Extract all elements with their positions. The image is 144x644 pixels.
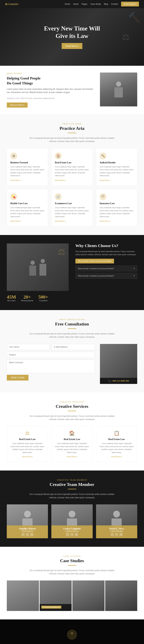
phone-icon: 📞 (108, 380, 112, 382)
case-card-2[interactable] (72, 580, 104, 611)
team-subtitle: Our consequat illenati iupis sit amet im… (26, 493, 118, 499)
gavel-decoration: 🔨 (128, 12, 140, 24)
facebook-icon-1[interactable]: f (66, 533, 69, 536)
practice-icon-2: 🔨 (100, 152, 106, 159)
consult-header: FREE CONSULTATION Free Consultation Our … (7, 318, 137, 339)
practice-title-2: Judicial Results (100, 161, 134, 164)
practice-link-5[interactable]: Read More ▸ (100, 220, 134, 222)
head-1 (30, 260, 35, 265)
stat-number-1: 20+ (21, 294, 33, 300)
figure-2 (40, 259, 46, 276)
twitter-icon-0[interactable]: t (26, 533, 29, 536)
service-body-0: Cras mattitudo tique legal. imperdiet am… (10, 442, 44, 454)
practice-link-1[interactable]: Read More ▸ (55, 179, 89, 182)
stat-0: 45M Win Cases (7, 294, 16, 302)
consult-message-input[interactable] (7, 360, 95, 373)
consult-image (100, 344, 137, 378)
team-grid: Anjeliko Watson Chief Designer f t in Lo… (7, 504, 137, 538)
intro-image-inner (100, 72, 137, 106)
person-head (116, 82, 121, 86)
consult-subject-input[interactable] (7, 352, 95, 358)
logo-text: Lawyers (8, 2, 18, 6)
team-overlay-1: Louise Campbell Creative Director f t in (51, 526, 92, 538)
intro-cta-button[interactable]: Discover More ▸ (7, 102, 28, 108)
service-icon-0: ⚖ (10, 430, 44, 436)
practice-section-label: PRACTICE AREA (7, 123, 137, 125)
practice-body-5: Cras mattitudo tique legal. imperdiet am… (100, 206, 134, 218)
practice-link-2[interactable]: Read More ▸ (100, 179, 134, 182)
intro-heading: Helping Good People Do Good Things (7, 76, 95, 86)
nav-home[interactable]: Home (65, 3, 70, 5)
service-card-1: 🏠 Real Estate Law Cras mattitudo tique l… (51, 426, 92, 462)
twitter-icon-2[interactable]: t (115, 533, 118, 536)
linkedin-icon-2[interactable]: in (119, 533, 123, 536)
case-card-3[interactable] (105, 580, 138, 611)
intro-body: Lorem ipsum dolor sit amet consectetur a… (7, 88, 95, 94)
practice-icon-3: 💊 (10, 193, 17, 200)
stat-label-0: Win Cases (7, 300, 16, 302)
nav-case-study[interactable]: Case Study (90, 3, 101, 5)
linkedin-icon-1[interactable]: in (75, 533, 78, 536)
twitter-icon-1[interactable]: t (70, 533, 74, 536)
service-title-2: Real Estate Law (100, 438, 134, 441)
facebook-icon-2[interactable]: f (110, 533, 114, 536)
practice-grid: ⚖ Business Focused Cras mattitudo tique … (7, 148, 137, 227)
practice-link-3[interactable]: Read More ▸ (10, 220, 44, 222)
consult-gold-divider (68, 328, 76, 329)
intro-person-figure (114, 82, 123, 98)
team-section-label: CREATIVE TEAM MEMBER (7, 479, 137, 481)
cases-section: CASE STUDIES Case Studies Our consequat … (0, 547, 144, 620)
facebook-icon-0[interactable]: f (21, 533, 25, 536)
practice-icon-5: 🛡 (100, 193, 106, 200)
practice-title-5: Insurance Law (100, 202, 134, 205)
practice-title-1: Real Estate Law (55, 161, 89, 164)
why-accordion-2[interactable]: What should I included my personal Model… (76, 273, 137, 279)
intro-label: BRIEF EXPERT (7, 72, 95, 74)
team-social-0: f t in (9, 533, 46, 536)
cases-gold-divider (68, 565, 76, 566)
consult-section-label: FREE CONSULTATION (7, 318, 137, 320)
intro-section: BRIEF EXPERT Helping Good People Do Good… (0, 66, 144, 114)
intro-text: BRIEF EXPERT Helping Good People Do Good… (7, 72, 100, 108)
service-card-0: ⚖ Real Estate Law Cras mattitudo tique l… (7, 426, 48, 462)
why-section: ⚖ 45M Win Cases 20+ Working Awards 500+ … (0, 235, 144, 310)
service-body-1: Cras mattitudo tique legal. imperdiet am… (55, 442, 89, 454)
consult-email-input[interactable] (52, 344, 95, 350)
practice-icon-0: ⚖ (10, 152, 17, 159)
team-title-0: Chief Designer (9, 530, 46, 532)
why-accordion-1[interactable]: What should I included my personal Model… (76, 266, 137, 272)
stat-2: 500+ Completed (38, 294, 48, 302)
service-icon-2: 📋 (100, 430, 134, 436)
case-card-0[interactable] (7, 580, 39, 611)
linkedin-icon-0[interactable]: in (30, 533, 34, 536)
nav-blog[interactable]: Blog (104, 3, 108, 5)
service-link-2[interactable]: Read More ▸ (100, 456, 134, 458)
hero-content: Every New Time Will Give its Law Read Mo… (44, 25, 100, 49)
nav-contact[interactable]: Contact (111, 3, 118, 5)
case-card-1[interactable]: Persona Drug Affences (40, 580, 72, 611)
consult-submit-button[interactable]: SEND IT NOW (7, 375, 28, 380)
team-overlay-2: David E. Neva Project Manager f t in (96, 526, 137, 538)
service-link-0[interactable]: Read More ▸ (10, 456, 44, 458)
practice-link-0[interactable]: Read More ▸ (10, 179, 44, 182)
practice-body-0: Cras mattitudo tique legal. imperdiet am… (10, 165, 44, 177)
nav-about[interactable]: About (73, 3, 78, 5)
site-logo[interactable]: ⚖ Lawyers (5, 2, 18, 6)
testimonial-section: " For those of you heading this Christma… (0, 620, 144, 644)
hero-cta-button[interactable]: Read More ▸ (62, 43, 82, 49)
nav-cta-button[interactable]: Free Inquiry ▾ (121, 2, 139, 6)
cases-subtitle: Our consequat illenati iupis sit amet im… (26, 569, 118, 576)
body-1 (29, 266, 36, 276)
practice-section: PRACTICE AREA Practice Aria Our consequa… (0, 114, 144, 235)
intro-extra: Faucibus Lorem 2023 sit amet, consectetu… (7, 97, 95, 100)
service-link-1[interactable]: Read More ▸ (55, 456, 89, 458)
services-gold-divider (68, 411, 76, 411)
why-cta-button[interactable]: Why should I choose for personal Model (76, 259, 114, 264)
hero-section: 🔨 ⚖ Every New Time Will Give its Law Rea… (0, 8, 144, 66)
consult-name-email-row (7, 344, 95, 350)
why-body: Our consequat illenati iupis sit amet im… (76, 250, 137, 256)
nav-pages[interactable]: Pages (82, 3, 87, 5)
practice-link-4[interactable]: Read More ▸ (55, 220, 89, 222)
consult-name-input[interactable] (7, 344, 50, 350)
gold-divider (68, 133, 76, 133)
